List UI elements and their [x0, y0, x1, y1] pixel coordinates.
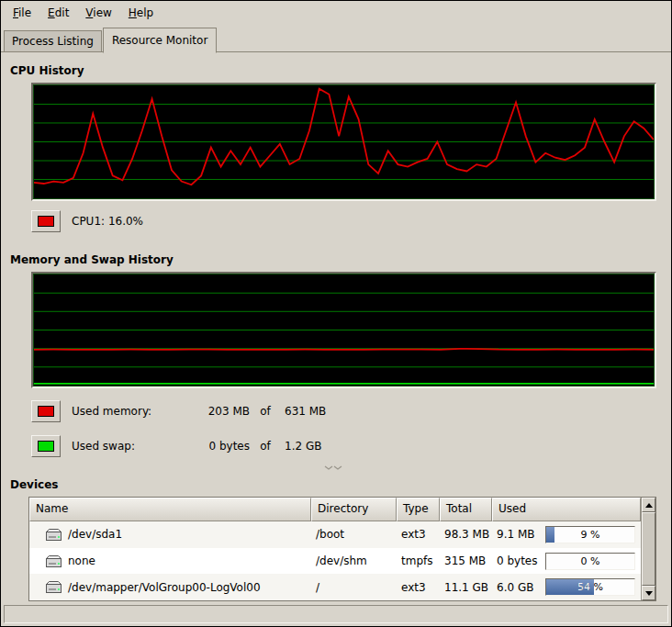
scroll-down-icon	[645, 591, 653, 596]
menu-file[interactable]: File	[5, 3, 39, 23]
vertical-scrollbar[interactable]	[641, 498, 655, 600]
memory-history-graph-frame	[31, 272, 656, 388]
column-header-total[interactable]: Total	[440, 498, 492, 521]
menu-help[interactable]: Help	[120, 3, 162, 23]
status-bar	[4, 605, 668, 623]
memory-used-value: 203 MB	[180, 405, 250, 418]
device-row[interactable]: /dev/sda1 /boot ext3 98.3 MB 9.1 MB 9 % …	[29, 521, 641, 548]
device-used: 6.0 GB	[497, 581, 533, 594]
column-header-name[interactable]: Name	[29, 498, 311, 521]
devices-title: Devices	[10, 478, 656, 491]
memory-history-title: Memory and Swap History	[10, 253, 656, 266]
memory-total-value: 631 MB	[281, 405, 326, 418]
menu-view[interactable]: View	[77, 3, 119, 23]
device-total: 315 MB	[440, 548, 492, 575]
device-type: ext3	[397, 521, 440, 548]
device-total: 98.3 MB	[440, 521, 492, 548]
column-header-type[interactable]: Type	[397, 498, 440, 521]
swap-used-value: 0 bytes	[180, 440, 250, 453]
device-total: 11.1 GB	[440, 574, 492, 600]
scroll-down-button[interactable]	[642, 586, 655, 600]
device-directory: /	[311, 574, 397, 600]
device-type: ext3	[397, 574, 440, 600]
scroll-up-icon	[645, 503, 653, 508]
system-monitor-window: File Edit View Help Process Listing Reso…	[0, 0, 672, 627]
scroll-up-button[interactable]	[642, 498, 655, 512]
devices-table-header: Name Directory Type Total Used	[29, 498, 641, 521]
memory-legend-label: Used memory:	[72, 405, 180, 418]
memory-legend-row: Used memory: 203 MB of 631 MB	[31, 399, 656, 423]
progressbar-percent-label: 9 %	[546, 527, 634, 543]
column-header-used[interactable]: Used	[492, 498, 641, 521]
swap-color-swatch-button[interactable]	[31, 435, 61, 457]
column-header-directory[interactable]: Directory	[311, 498, 397, 521]
cpu-legend-label: CPU1: 16.0%	[72, 215, 143, 228]
device-directory: /dev/shm	[311, 548, 397, 575]
resource-monitor-page: CPU History CPU1: 16.0% Memory and Swap …	[1, 64, 671, 601]
swap-of-label: of	[250, 440, 281, 453]
tab-resource-monitor[interactable]: Resource Monitor	[103, 28, 217, 53]
memory-color-swatch	[38, 406, 54, 417]
device-usage-progressbar: 9 % 9 %	[545, 526, 635, 543]
menu-bar: File Edit View Help	[1, 1, 671, 25]
device-usage-progressbar: 54 % 54 %	[545, 578, 635, 596]
tab-strip: Process Listing Resource Monitor	[1, 25, 671, 52]
device-row[interactable]: /dev/mapper/VolGroup00-LogVol00 / ext3 1…	[29, 574, 641, 600]
memory-of-label: of	[250, 405, 281, 418]
cpu-color-swatch-button[interactable]	[31, 210, 61, 232]
progressbar-percent-label: 0 %	[546, 554, 634, 569]
cpu-color-swatch	[38, 216, 54, 227]
device-name: none	[68, 554, 95, 567]
drive-icon	[46, 581, 62, 593]
menu-edit[interactable]: Edit	[39, 3, 77, 23]
swap-legend-row: Used swap: 0 bytes of 1.2 GB	[31, 434, 656, 458]
device-name: /dev/sda1	[68, 528, 122, 541]
pane-resize-grip[interactable]	[10, 464, 656, 475]
device-type: tmpfs	[397, 548, 440, 575]
cpu-history-title: CPU History	[10, 64, 656, 77]
drive-icon	[46, 555, 62, 567]
cpu-history-graph-frame	[31, 83, 656, 201]
cpu-history-chart	[34, 85, 654, 198]
swap-total-value: 1.2 GB	[281, 440, 321, 453]
device-row[interactable]: none /dev/shm tmpfs 315 MB 0 bytes 0 %	[29, 548, 641, 575]
drive-icon	[46, 529, 62, 541]
device-directory: /boot	[311, 521, 397, 548]
cpu-legend-row: CPU1: 16.0%	[31, 209, 656, 233]
device-usage-progressbar: 0 %	[545, 553, 635, 570]
device-used: 9.1 MB	[497, 528, 534, 541]
memory-history-chart	[34, 274, 654, 386]
swap-legend-label: Used swap:	[72, 440, 180, 453]
tab-process-listing[interactable]: Process Listing	[4, 30, 102, 52]
devices-table: Name Directory Type Total Used /	[28, 497, 656, 601]
device-name: /dev/mapper/VolGroup00-LogVol00	[68, 581, 261, 594]
memory-color-swatch-button[interactable]	[31, 400, 61, 422]
swap-color-swatch	[38, 441, 54, 452]
scrollbar-thumb[interactable]	[642, 512, 655, 586]
device-used: 0 bytes	[497, 554, 538, 567]
